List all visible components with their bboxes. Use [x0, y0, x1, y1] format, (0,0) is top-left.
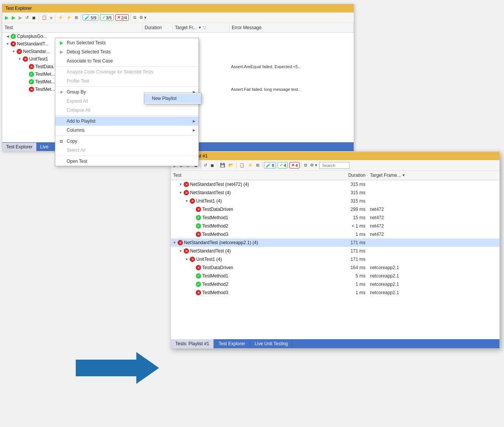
expand-icon[interactable]: ▼ — [178, 249, 183, 253]
pl-dur-cell: 171 ms — [330, 240, 368, 246]
pl-pass-badge[interactable]: ✓ 4 — [278, 162, 288, 168]
search-input[interactable] — [319, 162, 350, 169]
fail-icon — [196, 232, 201, 237]
pl-refresh-btn[interactable]: ↺ — [203, 162, 208, 168]
group-button[interactable]: ≡ — [49, 15, 53, 21]
table-row[interactable]: ▼ UnitTest1 (4) 315 ms — [171, 197, 499, 205]
tab-test-explorer-bottom[interactable]: Test Explorer — [214, 339, 250, 348]
pl-dur-cell: 1 ms — [330, 231, 368, 237]
filter-button[interactable]: ⚡ — [65, 14, 73, 21]
pl-save-btn[interactable]: 💾 — [219, 162, 226, 168]
tab-tests-playlist[interactable]: Tests: Playlist #1 — [171, 339, 214, 348]
table-row[interactable]: TestMethod3 1 ms netcoreapp2.1 — [171, 288, 499, 297]
pass-icon — [29, 72, 34, 77]
test-name: NetStandar... — [23, 49, 50, 54]
table-row[interactable]: TestDataDriven 299 ms net472 — [171, 205, 499, 214]
pl-stop-btn[interactable]: ⏹ — [209, 162, 215, 168]
pl-dur-cell: 299 ms — [330, 206, 368, 212]
table-row[interactable]: TestMethod2 < 1 ms net472 — [171, 222, 499, 230]
expand-icon[interactable]: ▼ — [17, 57, 22, 61]
table-row[interactable]: ▼ UnitTest1 (4) 171 ms — [171, 255, 499, 263]
pl-sep-1 — [201, 162, 201, 168]
pl-settings-btn[interactable]: ⚙ ▾ — [309, 162, 318, 168]
expand-icon[interactable]: ▼ — [5, 42, 10, 46]
run-selected-button[interactable]: ▶ — [11, 14, 17, 21]
table-row[interactable]: ▼ NetStandardTest (4) 171 ms — [171, 247, 499, 255]
sort-button[interactable]: ⚡ — [57, 14, 64, 21]
pl-err-cell — [421, 242, 499, 243]
tab-test-explorer[interactable]: Test Explorer — [2, 143, 36, 151]
toolbar-sep-4 — [130, 15, 131, 21]
pl-playlist-btn[interactable]: 📋 — [238, 162, 246, 168]
menu-columns[interactable]: Columns — [55, 126, 198, 135]
table-row[interactable]: ▼ NetStandardTest (net472) (4) 315 ms — [171, 180, 499, 189]
menu-run-selected[interactable]: ▶ Run Selected Tests — [55, 38, 198, 47]
test-name: TestMethod1 — [202, 273, 228, 279]
expand-icon[interactable]: ▼ — [172, 240, 177, 245]
expand-icon[interactable]: ▼ — [11, 49, 16, 54]
col-target-header[interactable]: Target Fr... ▼ ▽ — [173, 24, 229, 31]
pl-col-duration: Duration — [330, 172, 368, 179]
pl-open-btn[interactable]: 📂 — [227, 162, 235, 168]
test-name: NetStandardT... — [17, 41, 48, 47]
pl-err-cell — [421, 292, 499, 293]
tab-live[interactable]: Live — [36, 143, 52, 151]
copy-results-button[interactable]: ⧉ — [132, 14, 137, 21]
pl-col-target[interactable]: Target Frame... ▼ — [368, 172, 421, 179]
pl-hierarchy-btn[interactable]: ⊞ — [255, 162, 261, 168]
table-row[interactable]: TestMethod3 1 ms net472 — [171, 230, 499, 238]
table-row[interactable]: TestMethod2 1 ms netcoreapp2.1 — [171, 280, 499, 288]
menu-associate[interactable]: Associate to Test Case — [55, 56, 198, 65]
pass-badge[interactable]: ✓ 3/5 — [100, 14, 114, 21]
column-headers: Test Duration Target Fr... ▼ ▽ Error Mes… — [2, 23, 354, 33]
pass-icon — [196, 282, 201, 287]
run-all-button[interactable]: ▶ — [4, 14, 10, 21]
expand-icon[interactable]: ▼ — [178, 182, 183, 187]
pl-sort-btn[interactable]: ⚡ — [247, 162, 254, 168]
test-name: TestData... — [35, 64, 57, 69]
menu-analyze-coverage: Analyze Code Coverage for Selected Tests — [55, 67, 198, 76]
settings-dropdown-button[interactable]: ⚙ ▾ — [138, 14, 148, 21]
test-name: TestMethod2 — [202, 282, 228, 287]
expand-icon[interactable]: ▼ — [184, 199, 189, 203]
expand-icon[interactable]: ▼ — [184, 257, 189, 262]
pl-copy-btn[interactable]: ⧉ — [303, 162, 308, 168]
playlist-button[interactable]: 📋 — [41, 14, 48, 21]
pl-err-cell — [421, 226, 499, 226]
table-row[interactable]: ▼ NetStandardTest (4) 315 ms — [171, 189, 499, 197]
menu-add-to-playlist[interactable]: Add to Playlist — [55, 117, 198, 126]
menu-debug-selected[interactable]: ▶ Debug Selected Tests — [55, 47, 198, 56]
pl-tgt-cell: netcoreapp2.1 — [368, 265, 421, 271]
tab-live-unit-testing[interactable]: Live Unit Testing — [250, 339, 293, 348]
pl-sep-5 — [301, 162, 301, 168]
debug-button[interactable]: ▶ — [17, 14, 23, 21]
cancel-button[interactable]: ↺ — [24, 14, 30, 21]
menu-open-test[interactable]: Open Test — [55, 157, 198, 166]
pl-fail-badge[interactable]: ✕ 4 — [289, 162, 300, 168]
table-row[interactable]: TestMethod1 5 ms netcoreapp2.1 — [171, 272, 499, 280]
test-name: TestMethod3 — [202, 290, 228, 295]
test-name: TestDataDriven — [202, 207, 233, 212]
table-row[interactable]: TestMethod1 15 ms net472 — [171, 214, 499, 222]
menu-copy[interactable]: ⧉ Copy — [55, 137, 198, 146]
hierarchy-button[interactable]: ⊞ — [73, 14, 79, 21]
target-filter-icon[interactable]: ▽ — [203, 25, 206, 30]
fail-icon — [29, 64, 34, 69]
refresh-button[interactable]: ⏹ — [31, 15, 37, 21]
pl-flask-badge[interactable]: 🧪 8 — [264, 162, 276, 168]
table-row[interactable]: ▼ NetStandardTest (netcoreapp2.1) (4) 17… — [171, 238, 499, 247]
pl-dur-cell: 1 ms — [330, 290, 368, 296]
expand-icon[interactable]: ▼ — [178, 190, 183, 195]
pl-dur-cell: 171 ms — [330, 256, 368, 262]
pl-err-cell — [421, 267, 499, 268]
pl-test-cell: TestMethod2 — [171, 281, 330, 287]
arrow-indicator — [76, 352, 159, 385]
fail-badge[interactable]: ✕ 2/4 — [115, 14, 129, 21]
pl-sep-2 — [217, 162, 217, 168]
flask-badge[interactable]: 🧪 5/9 — [83, 14, 98, 21]
new-playlist-item[interactable]: New Playlist — [144, 94, 201, 103]
table-row[interactable]: TestDataDriven 164 ms netcoreapp2.1 — [171, 263, 499, 272]
test-name: TestMet... — [35, 87, 55, 92]
pass-icon — [196, 273, 201, 279]
expand-icon[interactable]: ◀ — [5, 34, 10, 39]
